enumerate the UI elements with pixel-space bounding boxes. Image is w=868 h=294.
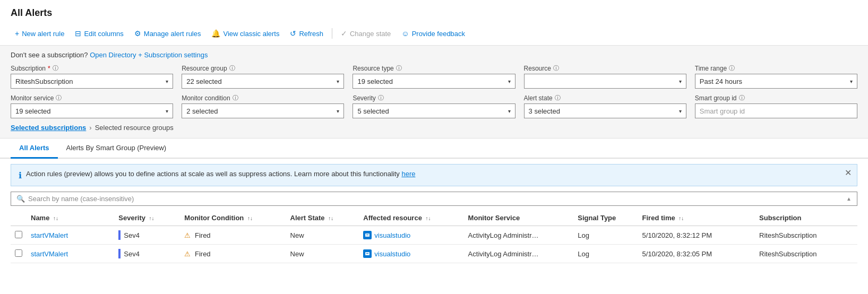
view-classic-alerts-button[interactable]: 🔔 View classic alerts [207, 27, 283, 40]
affected-resource-sort-icon[interactable]: ↑↓ [426, 215, 431, 221]
monitor-condition-sort-icon[interactable]: ↑↓ [247, 215, 253, 221]
monitor-service-chevron-icon: ▾ [166, 108, 168, 114]
time-range-value: Past 24 hours [700, 77, 742, 85]
checkmark-icon: ✓ [341, 29, 347, 38]
severity-sort-icon[interactable]: ↑↓ [149, 215, 154, 221]
breadcrumb: Selected subscriptions › Selected resour… [11, 124, 857, 132]
alert-state-info-icon: ⓘ [555, 94, 561, 102]
refresh-button[interactable]: ↺ Refresh [286, 27, 328, 40]
resource-group-select[interactable]: 22 selected ▾ [182, 74, 344, 89]
name-column-header: Name ↑↓ [27, 210, 114, 226]
signal-type-cell-1: Log [573, 245, 638, 263]
severity-chevron-icon: ▾ [508, 108, 511, 114]
provide-feedback-button[interactable]: ☺ Provide feedback [397, 27, 469, 40]
subscription-cell-1: RiteshSubscription [755, 245, 857, 263]
edit-columns-icon: ⊟ [75, 29, 81, 38]
resource-type-chevron-icon: ▾ [508, 79, 511, 84]
edit-columns-button[interactable]: ⊟ Edit columns [71, 27, 127, 40]
resource-icon-0 [363, 231, 372, 239]
smart-group-id-filter-group: Smart group id ⓘ [695, 94, 857, 118]
alerts-table: Name ↑↓ Severity ↑↓ Monitor Condition ↑↓… [11, 210, 857, 263]
tab-alerts-by-smart-group[interactable]: Alerts By Smart Group (Preview) [58, 139, 175, 159]
subscription-cell-0: RiteshSubscription [755, 226, 857, 245]
monitor-service-select[interactable]: 19 selected ▾ [11, 103, 173, 118]
info-banner-text: Action rules (preview) allows you to def… [26, 170, 415, 178]
resource-group-chevron-icon: ▾ [337, 79, 339, 84]
severity-filter-label: Severity [353, 94, 375, 102]
alert-state-cell-1: New [286, 245, 359, 263]
view-classic-alerts-label: View classic alerts [223, 30, 279, 38]
resource-link-1[interactable]: visualstudio [374, 250, 410, 258]
resource-filter-group: Resource ⓘ ▾ [524, 64, 686, 89]
subscription-hint: Don't see a subscription? Open Directory… [11, 51, 857, 59]
alert-state-filter-group: Alert state ⓘ 3 selected ▾ [524, 94, 686, 118]
name-sort-icon[interactable]: ↑↓ [53, 215, 58, 221]
scroll-up-icon: ▲ [846, 196, 852, 202]
monitor-condition-chevron-icon: ▾ [337, 108, 339, 114]
fired-warning-icon: ⚠ [184, 250, 191, 258]
resource-select[interactable]: ▾ [524, 74, 686, 89]
subscription-select[interactable]: RiteshSubscription ▾ [11, 74, 173, 89]
monitor-condition-text-0: Fired [195, 231, 211, 239]
resource-type-info-icon: ⓘ [396, 64, 402, 72]
subscription-info-icon: ⓘ [53, 64, 58, 72]
subscription-chevron-icon: ▾ [166, 79, 168, 84]
resource-link-0[interactable]: visualstudio [374, 231, 410, 239]
time-range-filter-label: Time range [695, 65, 727, 72]
alert-name-link-0[interactable]: startVMalert [31, 231, 68, 239]
alert-state-column-header: Alert State ↑↓ [286, 210, 359, 226]
monitor-service-value: 19 selected [15, 107, 51, 115]
open-directory-link[interactable]: Open Directory + Subscription settings [90, 51, 208, 59]
search-input[interactable] [28, 195, 843, 203]
smart-group-id-info-icon: ⓘ [739, 94, 745, 102]
affected-resource-cell-0: visualstudio [359, 226, 463, 245]
severity-select[interactable]: 5 selected ▾ [353, 103, 515, 118]
new-alert-rule-button[interactable]: + New alert rule [11, 27, 68, 40]
smart-group-id-input[interactable] [695, 103, 857, 118]
info-icon: ℹ [19, 170, 22, 180]
tab-all-alerts[interactable]: All Alerts [11, 139, 58, 159]
info-banner: ℹ Action rules (preview) allows you to d… [11, 164, 857, 186]
table-container: Name ↑↓ Severity ↑↓ Monitor Condition ↑↓… [11, 210, 857, 263]
row-checkbox-1[interactable] [15, 249, 22, 257]
resource-filter-label: Resource [524, 65, 551, 72]
close-icon[interactable]: ✕ [845, 169, 852, 177]
breadcrumb-separator: › [89, 124, 91, 132]
resource-type-filter-group: Resource type ⓘ 19 selected ▾ [353, 64, 515, 89]
severity-text-0: Sev4 [124, 231, 140, 239]
monitor-service-filter-group: Monitor service ⓘ 19 selected ▾ [11, 94, 173, 118]
row-checkbox-0[interactable] [15, 231, 22, 238]
new-alert-rule-label: New alert rule [22, 30, 64, 38]
fired-time-sort-icon[interactable]: ↑↓ [678, 215, 684, 221]
fired-time-cell-1: 5/10/2020, 8:32:05 PM [638, 245, 755, 263]
monitor-condition-column-header: Monitor Condition ↑↓ [180, 210, 286, 226]
manage-alert-rules-button[interactable]: ⚙ Manage alert rules [130, 27, 205, 40]
resource-type-select[interactable]: 19 selected ▾ [353, 74, 515, 89]
resource-type-filter-label: Resource type [353, 65, 393, 72]
alert-state-cell-0: New [286, 226, 359, 245]
severity-bar-icon [118, 249, 121, 258]
alert-name-link-1[interactable]: startVMalert [31, 250, 68, 258]
severity-badge-1: Sev4 [118, 249, 176, 258]
resource-chevron-icon: ▾ [679, 79, 682, 84]
filter-bar: Don't see a subscription? Open Directory… [0, 46, 868, 139]
tabs-container: All Alerts Alerts By Smart Group (Previe… [0, 139, 868, 159]
subscription-required: * [48, 65, 50, 72]
svg-rect-2 [366, 235, 368, 235]
refresh-label: Refresh [299, 30, 323, 38]
breadcrumb-link[interactable]: Selected subscriptions [11, 124, 86, 132]
page-title: All Alerts [0, 0, 868, 24]
subscription-column-header: Subscription [755, 210, 857, 226]
gear-icon: ⚙ [134, 29, 141, 38]
smiley-icon: ☺ [401, 29, 409, 38]
time-range-select[interactable]: Past 24 hours ▾ [695, 74, 857, 89]
breadcrumb-current: Selected resource groups [95, 124, 174, 132]
table-row: startVMalert Sev4 ⚠ Fired New visualstud… [11, 226, 857, 245]
resource-group-info-icon: ⓘ [229, 64, 235, 72]
alert-state-sort-icon[interactable]: ↑↓ [328, 215, 333, 221]
alert-state-select[interactable]: 3 selected ▾ [524, 103, 686, 118]
resource-info-icon: ⓘ [553, 64, 559, 72]
info-banner-link[interactable]: here [401, 170, 415, 178]
monitor-service-cell-0: ActivityLog Administr… [464, 226, 574, 245]
monitor-condition-select[interactable]: 2 selected ▾ [182, 103, 344, 118]
